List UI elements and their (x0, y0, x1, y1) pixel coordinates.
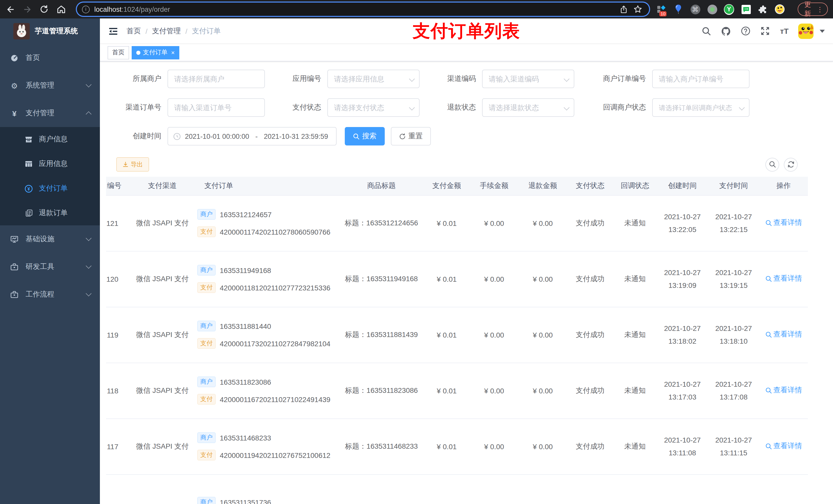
filter-label-create-time: 创建时间 (111, 131, 168, 141)
extensions-cluster: 10 ⌘ Y 更新 ⋮ (656, 3, 828, 16)
browser-forward-icon[interactable] (21, 3, 33, 15)
sidebar-item-pay-order[interactable]: ¥ 支付订单 (0, 176, 100, 201)
extension-balloon-icon[interactable] (673, 4, 684, 14)
date-start[interactable]: 2021-10-01 00:00:00 (185, 133, 249, 140)
pay-status-input[interactable] (327, 98, 420, 117)
github-icon[interactable] (720, 25, 732, 37)
refund-amount: ¥ 0.00 (519, 363, 567, 418)
site-info-icon[interactable]: i (82, 5, 90, 13)
callback-status-input[interactable] (652, 98, 749, 117)
app-select-input[interactable] (327, 70, 420, 88)
avatar[interactable] (798, 23, 813, 39)
refund-amount: ¥ 0.00 (519, 195, 567, 251)
tab-home[interactable]: 首页 (108, 46, 129, 59)
sidebar-item-system[interactable]: ⚙ 系统管理 (0, 72, 100, 99)
pay-date: 2021-10-27 (708, 378, 759, 390)
col-header-refund: 退款金额 (519, 177, 567, 195)
share-icon[interactable] (617, 3, 629, 15)
fee-amount: ¥ 0.00 (470, 251, 519, 307)
date-end[interactable]: 2021-10-31 23:59:59 (264, 133, 328, 140)
merchant-order-no: 1635311881440 (220, 322, 271, 330)
pay-clock: 13:19:15 (708, 279, 759, 291)
view-detail-link[interactable]: 查看详情 (765, 386, 802, 395)
merchant-field[interactable] (168, 70, 265, 88)
refresh-table-button[interactable] (784, 158, 798, 171)
sidebar: 芋道管理系统 首页 ⚙ 系统管理 ¥ 支付管理 (0, 19, 100, 504)
sidebar-item-refund-order[interactable]: 退款订单 (0, 201, 100, 225)
close-icon[interactable]: × (171, 49, 175, 56)
reset-button-label: 重置 (408, 131, 423, 141)
reset-button[interactable]: 重置 (391, 127, 431, 145)
font-size-icon[interactable]: ᴛT (779, 25, 790, 37)
view-detail-link[interactable]: 查看详情 (765, 442, 802, 451)
refund-amount: ¥ 0.00 (519, 251, 567, 307)
pay-channel: 微信 JSAPI 支付 (132, 418, 193, 474)
sidebar-item-label: 工作流程 (26, 290, 79, 299)
sidebar-item-merchant-info[interactable]: 商户信息 (0, 127, 100, 152)
merchant-input[interactable] (168, 70, 265, 88)
notify-status: 未通知 (613, 363, 657, 418)
bookmark-star-icon[interactable] (632, 3, 644, 15)
callback-status-select[interactable] (652, 98, 749, 117)
avatar-caret-icon[interactable] (820, 29, 825, 32)
sidebar-item-workflow[interactable]: 工作流程 (0, 281, 100, 308)
export-button[interactable]: 导出 (116, 157, 149, 172)
sidebar-item-devtools[interactable]: 研发工具 (0, 253, 100, 281)
extension-command-icon[interactable]: ⌘ (690, 4, 700, 14)
notify-status: 未通知 (613, 307, 657, 363)
tag-views-bar: 首页 支付订单 × (100, 44, 833, 62)
app-logo[interactable]: 芋道管理系统 (0, 19, 100, 44)
channel-order-no-field[interactable] (168, 98, 265, 117)
create-time-range[interactable]: 2021-10-01 00:00:00 - 2021-10-31 23:59:5… (168, 127, 337, 145)
extension-emoji-icon[interactable] (775, 4, 785, 14)
breadcrumb-home[interactable]: 首页 (126, 26, 141, 35)
url-text[interactable]: localhost:1024/pay/order (94, 5, 170, 13)
extension-y-icon[interactable]: Y (724, 4, 734, 14)
view-detail-link[interactable]: 查看详情 (765, 218, 802, 228)
browser-reload-icon[interactable] (38, 3, 50, 15)
search-icon[interactable] (701, 25, 712, 37)
merchant-order-no-input[interactable] (652, 70, 749, 88)
create-clock: 13:11:08 (657, 447, 708, 459)
search-icon (765, 443, 772, 450)
show-search-button[interactable] (765, 158, 779, 171)
merchant-order-no: 1635312124657 (220, 210, 271, 218)
channel-order-no-input[interactable] (168, 98, 265, 117)
browser-back-icon[interactable] (4, 3, 16, 15)
extension-dot-icon[interactable] (707, 4, 717, 14)
tab-pay-order[interactable]: 支付订单 × (132, 46, 179, 59)
extension-blocks-icon[interactable]: 10 (656, 4, 667, 14)
refund-status-input[interactable] (482, 98, 574, 117)
sidebar-item-home[interactable]: 首页 (0, 44, 100, 72)
breadcrumb-section[interactable]: 支付管理 (152, 26, 181, 35)
browser-update-button[interactable]: 更新 ⋮ (798, 3, 828, 16)
pay-status-select[interactable] (327, 98, 420, 117)
extension-puzzle-icon[interactable] (758, 4, 768, 14)
sidebar-item-infra[interactable]: 基础设施 (0, 225, 100, 253)
view-detail-link[interactable]: 查看详情 (765, 274, 802, 284)
grid-icon (25, 160, 33, 168)
search-button[interactable]: 搜索 (345, 127, 385, 145)
view-detail-link[interactable]: 查看详情 (765, 330, 802, 339)
app-select[interactable] (327, 70, 420, 88)
channel-code-input[interactable] (482, 70, 574, 88)
hamburger-icon[interactable] (108, 26, 118, 36)
actions-cell: 查看详情 (759, 195, 808, 251)
browser-home-icon[interactable] (55, 3, 67, 15)
help-icon[interactable] (740, 25, 751, 37)
col-header-pay-order: 支付订单 (193, 177, 339, 195)
refund-status-select[interactable] (482, 98, 574, 117)
pay-channel: 微信 JSAPI 支付 (132, 363, 193, 418)
extension-badge: 10 (659, 11, 667, 16)
address-bar[interactable]: i localhost:1024/pay/order (77, 3, 649, 16)
product-title: 标题：1635311468233 (339, 418, 424, 474)
browser-menu-icon[interactable]: ⋮ (817, 5, 823, 13)
download-icon (122, 161, 128, 167)
sidebar-item-app-info[interactable]: 应用信息 (0, 152, 100, 176)
fullscreen-icon[interactable] (759, 25, 770, 37)
pay-channel: 微信 JSAPI 支付 (132, 307, 193, 363)
sidebar-item-payment[interactable]: ¥ 支付管理 (0, 99, 100, 127)
merchant-order-no-field[interactable] (652, 70, 749, 88)
channel-code-select[interactable] (482, 70, 574, 88)
extension-chat-icon[interactable] (741, 4, 751, 14)
